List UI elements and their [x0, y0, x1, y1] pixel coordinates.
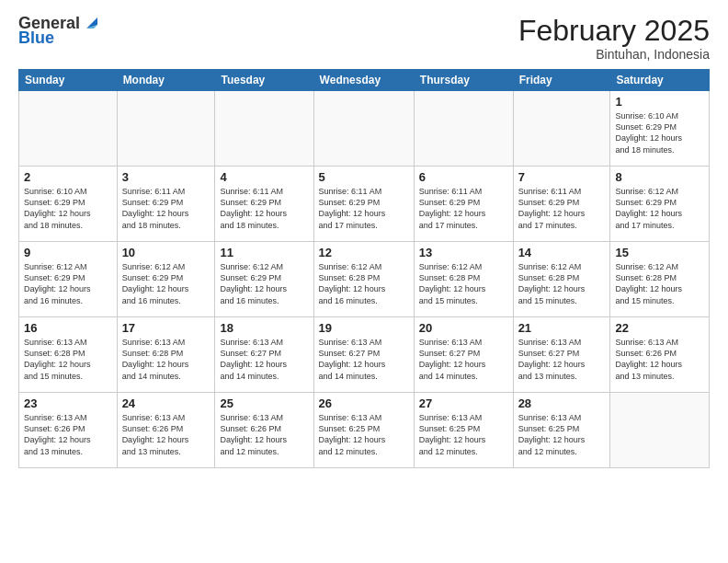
logo: General Blue: [18, 15, 101, 48]
day-info: Sunrise: 6:13 AM Sunset: 6:27 PM Dayligh…: [319, 337, 409, 382]
day-cell-4-1: 24Sunrise: 6:13 AM Sunset: 6:26 PM Dayli…: [117, 393, 215, 468]
month-title: February 2025: [518, 15, 710, 47]
logo-icon: [81, 12, 101, 32]
day-cell-2-5: 14Sunrise: 6:12 AM Sunset: 6:28 PM Dayli…: [513, 242, 610, 317]
day-info: Sunrise: 6:13 AM Sunset: 6:26 PM Dayligh…: [220, 412, 308, 457]
header-tuesday: Tuesday: [215, 70, 313, 91]
day-number: 20: [419, 321, 508, 335]
day-number: 28: [518, 396, 606, 410]
day-number: 18: [220, 321, 308, 335]
header: General Blue February 2025 Bintuhan, Ind…: [18, 15, 710, 62]
day-number: 17: [122, 321, 210, 335]
day-number: 4: [220, 170, 308, 184]
day-number: 1: [615, 95, 704, 109]
day-info: Sunrise: 6:13 AM Sunset: 6:25 PM Dayligh…: [319, 412, 409, 457]
week-row-0: 1Sunrise: 6:10 AM Sunset: 6:29 PM Daylig…: [19, 91, 710, 167]
header-sunday: Sunday: [19, 70, 118, 91]
day-number: 3: [122, 170, 210, 184]
day-info: Sunrise: 6:13 AM Sunset: 6:26 PM Dayligh…: [24, 412, 112, 457]
day-number: 27: [419, 396, 508, 410]
day-cell-0-0: [19, 91, 118, 167]
day-number: 8: [615, 170, 704, 184]
day-cell-2-3: 12Sunrise: 6:12 AM Sunset: 6:28 PM Dayli…: [313, 242, 414, 317]
day-cell-2-6: 15Sunrise: 6:12 AM Sunset: 6:28 PM Dayli…: [610, 242, 710, 317]
day-cell-0-3: [313, 91, 414, 167]
day-cell-1-4: 6Sunrise: 6:11 AM Sunset: 6:29 PM Daylig…: [414, 167, 513, 242]
week-row-2: 9Sunrise: 6:12 AM Sunset: 6:29 PM Daylig…: [19, 242, 710, 317]
day-cell-1-3: 5Sunrise: 6:11 AM Sunset: 6:29 PM Daylig…: [313, 167, 414, 242]
day-info: Sunrise: 6:12 AM Sunset: 6:29 PM Dayligh…: [122, 261, 210, 306]
day-cell-2-1: 10Sunrise: 6:12 AM Sunset: 6:29 PM Dayli…: [117, 242, 215, 317]
day-info: Sunrise: 6:13 AM Sunset: 6:28 PM Dayligh…: [122, 337, 210, 382]
day-info: Sunrise: 6:12 AM Sunset: 6:29 PM Dayligh…: [615, 186, 704, 231]
header-monday: Monday: [117, 70, 215, 91]
day-number: 5: [319, 170, 409, 184]
day-number: 16: [24, 321, 112, 335]
day-cell-0-5: [513, 91, 610, 167]
weekday-header-row: Sunday Monday Tuesday Wednesday Thursday…: [19, 70, 710, 91]
day-number: 2: [24, 170, 112, 184]
day-cell-1-0: 2Sunrise: 6:10 AM Sunset: 6:29 PM Daylig…: [19, 167, 118, 242]
day-cell-0-6: 1Sunrise: 6:10 AM Sunset: 6:29 PM Daylig…: [610, 91, 710, 167]
day-cell-0-2: [215, 91, 313, 167]
day-cell-3-4: 20Sunrise: 6:13 AM Sunset: 6:27 PM Dayli…: [414, 317, 513, 393]
logo-blue-text: Blue: [18, 29, 54, 47]
day-number: 24: [122, 396, 210, 410]
day-info: Sunrise: 6:11 AM Sunset: 6:29 PM Dayligh…: [122, 186, 210, 231]
day-number: 15: [615, 246, 704, 259]
day-cell-4-4: 27Sunrise: 6:13 AM Sunset: 6:25 PM Dayli…: [414, 393, 513, 468]
day-cell-4-0: 23Sunrise: 6:13 AM Sunset: 6:26 PM Dayli…: [19, 393, 118, 468]
day-info: Sunrise: 6:13 AM Sunset: 6:25 PM Dayligh…: [419, 412, 508, 457]
day-cell-2-4: 13Sunrise: 6:12 AM Sunset: 6:28 PM Dayli…: [414, 242, 513, 317]
header-thursday: Thursday: [414, 70, 513, 91]
day-info: Sunrise: 6:12 AM Sunset: 6:29 PM Dayligh…: [220, 261, 308, 306]
day-cell-4-2: 25Sunrise: 6:13 AM Sunset: 6:26 PM Dayli…: [215, 393, 313, 468]
day-number: 21: [518, 321, 606, 335]
header-friday: Friday: [513, 70, 610, 91]
day-info: Sunrise: 6:13 AM Sunset: 6:26 PM Dayligh…: [122, 412, 210, 457]
location-subtitle: Bintuhan, Indonesia: [518, 47, 710, 62]
day-cell-4-5: 28Sunrise: 6:13 AM Sunset: 6:25 PM Dayli…: [513, 393, 610, 468]
day-cell-3-0: 16Sunrise: 6:13 AM Sunset: 6:28 PM Dayli…: [19, 317, 118, 393]
day-cell-0-1: [117, 91, 215, 167]
day-number: 25: [220, 396, 308, 410]
day-number: 19: [319, 321, 409, 335]
day-number: 6: [419, 170, 508, 184]
day-info: Sunrise: 6:13 AM Sunset: 6:27 PM Dayligh…: [419, 337, 508, 382]
day-cell-3-6: 22Sunrise: 6:13 AM Sunset: 6:26 PM Dayli…: [610, 317, 710, 393]
day-info: Sunrise: 6:13 AM Sunset: 6:27 PM Dayligh…: [220, 337, 308, 382]
day-cell-3-2: 18Sunrise: 6:13 AM Sunset: 6:27 PM Dayli…: [215, 317, 313, 393]
day-cell-4-6: [610, 393, 710, 468]
day-cell-2-2: 11Sunrise: 6:12 AM Sunset: 6:29 PM Dayli…: [215, 242, 313, 317]
header-wednesday: Wednesday: [313, 70, 414, 91]
day-cell-2-0: 9Sunrise: 6:12 AM Sunset: 6:29 PM Daylig…: [19, 242, 118, 317]
day-info: Sunrise: 6:10 AM Sunset: 6:29 PM Dayligh…: [24, 186, 112, 231]
day-info: Sunrise: 6:11 AM Sunset: 6:29 PM Dayligh…: [518, 186, 606, 231]
day-info: Sunrise: 6:13 AM Sunset: 6:25 PM Dayligh…: [518, 412, 606, 457]
title-block: February 2025 Bintuhan, Indonesia: [518, 15, 710, 62]
day-number: 26: [319, 396, 409, 410]
day-info: Sunrise: 6:12 AM Sunset: 6:28 PM Dayligh…: [419, 261, 508, 306]
day-info: Sunrise: 6:11 AM Sunset: 6:29 PM Dayligh…: [220, 186, 308, 231]
day-number: 23: [24, 396, 112, 410]
day-info: Sunrise: 6:11 AM Sunset: 6:29 PM Dayligh…: [319, 186, 409, 231]
header-saturday: Saturday: [610, 70, 710, 91]
day-cell-1-5: 7Sunrise: 6:11 AM Sunset: 6:29 PM Daylig…: [513, 167, 610, 242]
week-row-1: 2Sunrise: 6:10 AM Sunset: 6:29 PM Daylig…: [19, 167, 710, 242]
day-info: Sunrise: 6:12 AM Sunset: 6:28 PM Dayligh…: [615, 261, 704, 306]
day-info: Sunrise: 6:10 AM Sunset: 6:29 PM Dayligh…: [615, 110, 704, 155]
day-number: 22: [615, 321, 704, 335]
day-number: 14: [518, 246, 606, 259]
day-info: Sunrise: 6:11 AM Sunset: 6:29 PM Dayligh…: [419, 186, 508, 231]
day-cell-1-2: 4Sunrise: 6:11 AM Sunset: 6:29 PM Daylig…: [215, 167, 313, 242]
week-row-3: 16Sunrise: 6:13 AM Sunset: 6:28 PM Dayli…: [19, 317, 710, 393]
day-number: 9: [24, 246, 112, 259]
day-number: 13: [419, 246, 508, 259]
day-cell-3-1: 17Sunrise: 6:13 AM Sunset: 6:28 PM Dayli…: [117, 317, 215, 393]
day-number: 12: [319, 246, 409, 259]
day-info: Sunrise: 6:12 AM Sunset: 6:28 PM Dayligh…: [319, 261, 409, 306]
day-info: Sunrise: 6:13 AM Sunset: 6:28 PM Dayligh…: [24, 337, 112, 382]
day-info: Sunrise: 6:13 AM Sunset: 6:27 PM Dayligh…: [518, 337, 606, 382]
day-cell-4-3: 26Sunrise: 6:13 AM Sunset: 6:25 PM Dayli…: [313, 393, 414, 468]
calendar-table: Sunday Monday Tuesday Wednesday Thursday…: [18, 69, 710, 468]
